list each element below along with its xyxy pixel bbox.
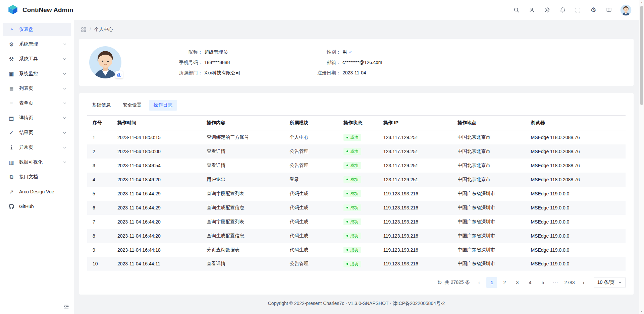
pagination-page-2783[interactable]: 2783 xyxy=(563,277,576,288)
pagination-page-2[interactable]: 2 xyxy=(499,277,510,288)
sidebar-item-label: 列表页 xyxy=(19,85,33,91)
sidebar-item-label: Arco Design Vue xyxy=(19,189,54,194)
sidebar-collapse-button[interactable] xyxy=(62,302,71,311)
page-size-select[interactable]: 10 条/页 xyxy=(594,277,626,288)
chevron-down-icon xyxy=(63,72,66,76)
user-avatar[interactable] xyxy=(620,4,632,16)
sidebar-item-system-tools[interactable]: ⚒系统工具 xyxy=(3,52,71,66)
status-dot-icon xyxy=(346,137,348,138)
table-row: 42023-11-04 18:49:20用户退出登录成功123.117.129.… xyxy=(87,173,626,187)
column-header: 操作地点 xyxy=(458,116,531,130)
sidebar-item-github[interactable]: GitHub xyxy=(3,200,71,213)
tab-operation-log[interactable]: 操作日志 xyxy=(149,100,177,111)
table-cell: 中国北京北京市 xyxy=(458,130,531,144)
field-label: 邮箱： xyxy=(303,59,341,66)
profile-field: 昵称：超级管理员 xyxy=(165,49,303,55)
table-cell: MSEdge 119.0.0.0 xyxy=(531,187,626,201)
user-icon[interactable] xyxy=(526,4,538,16)
sidebar-item-dashboard[interactable]: ◔仪表盘 xyxy=(3,23,71,36)
sidebar-item-label: 系统监控 xyxy=(19,71,38,77)
status-badge: 成功 xyxy=(343,233,361,239)
pagination-ellipsis[interactable]: ··· xyxy=(550,277,561,288)
table-cell: 用户退出 xyxy=(207,173,289,187)
table-cell: 2023-11-04 16:44:20 xyxy=(117,215,207,229)
pagination-total: 共 27825 条 xyxy=(445,279,470,286)
breadcrumb-current: 个人中心 xyxy=(94,26,113,33)
doc-icon: ⧉ xyxy=(8,174,15,180)
field-value: Xxx科技有限公司 xyxy=(204,69,240,76)
field-value: 男 xyxy=(342,49,347,55)
table-cell: 公告管理 xyxy=(289,257,343,271)
search-icon[interactable] xyxy=(510,4,522,16)
page-scrollbar[interactable]: ▲ ▼ xyxy=(639,0,644,314)
table-cell: 123.117.129.251 xyxy=(383,130,458,144)
refresh-icon[interactable]: ↻ xyxy=(437,279,442,286)
theme-sun-icon[interactable] xyxy=(541,4,553,16)
table-cell: 123.117.129.251 xyxy=(383,173,458,187)
settings-gear-icon[interactable]: ⚙ xyxy=(587,4,599,16)
scrollbar-thumb[interactable] xyxy=(640,6,643,105)
fullscreen-icon[interactable] xyxy=(572,4,584,16)
breadcrumb: / 个人中心 xyxy=(74,20,639,39)
table-cell: 中国北京北京市 xyxy=(458,159,531,173)
sidebar-item-detail-pages[interactable]: ▤详情页 xyxy=(3,111,71,125)
table-row: 12023-11-04 18:50:15查询绑定的三方账号个人中心成功123.1… xyxy=(87,130,626,144)
table-cell: MSEdge 119.0.0.0 xyxy=(531,201,626,215)
sidebar-item-form-pages[interactable]: ≡表单页 xyxy=(3,97,71,110)
profile-info: 昵称：超级管理员手机号码：188****8888所属部门：Xxx科技有限公司性别… xyxy=(165,49,624,76)
table-cell: MSEdge 118.0.2088.76 xyxy=(531,144,626,159)
table-cell: 2023-11-04 18:49:20 xyxy=(117,173,207,187)
table-cell: 123.117.129.251 xyxy=(383,159,458,173)
monitor-icon: ▣ xyxy=(8,71,15,77)
table-row: 52023-11-04 16:44:29查询字段配置列表代码生成成功119.12… xyxy=(87,187,626,201)
pagination-page-4[interactable]: 4 xyxy=(525,277,535,288)
table-cell: 2023-11-04 16:44:20 xyxy=(117,229,207,243)
table-cell: 2 xyxy=(87,144,117,159)
pagination-page-5[interactable]: 5 xyxy=(537,277,548,288)
pagination-prev-button[interactable]: ‹ xyxy=(474,277,484,288)
notification-bell-icon[interactable] xyxy=(556,4,569,16)
sidebar-item-exception-pages[interactable]: ℹ异常页 xyxy=(3,141,71,154)
sidebar-item-data-visualization[interactable]: ▥数据可视化 xyxy=(3,155,71,169)
pagination-page-3[interactable]: 3 xyxy=(512,277,523,288)
docs-icon[interactable] xyxy=(603,4,615,16)
sidebar-item-arco-design-vue[interactable]: ↗Arco Design Vue xyxy=(3,185,71,198)
table-cell: 6 xyxy=(87,201,117,215)
table-cell: 9 xyxy=(87,243,117,257)
logo-area[interactable]: ContiNew Admin xyxy=(7,4,73,16)
field-value: 2023-11-04 xyxy=(342,69,366,76)
tab-basic-info[interactable]: 基础信息 xyxy=(87,100,115,111)
table-cell: MSEdge 119.0.0.0 xyxy=(531,257,626,271)
sidebar-item-list-pages[interactable]: ≣列表页 xyxy=(3,82,71,95)
status-dot-icon xyxy=(346,193,348,194)
sidebar-item-system-management[interactable]: ⚙系统管理 xyxy=(3,38,71,51)
scrollbar-down-arrow[interactable]: ▼ xyxy=(639,309,644,314)
camera-icon[interactable] xyxy=(115,71,123,78)
chevron-down-icon xyxy=(619,281,622,284)
scrollbar-up-arrow[interactable]: ▲ xyxy=(639,0,644,5)
sidebar-item-label: 异常页 xyxy=(19,144,33,150)
profile-field: 性别：男♂ xyxy=(303,49,382,55)
sidebar-item-label: 结果页 xyxy=(19,130,33,136)
table-cell: 中国广东省深圳市 xyxy=(458,201,531,215)
status-badge: 成功 xyxy=(343,134,361,141)
status-badge: 成功 xyxy=(343,176,361,183)
tab-security-settings[interactable]: 安全设置 xyxy=(118,100,146,111)
field-label: 注册日期： xyxy=(303,69,341,76)
sidebar-item-system-monitor[interactable]: ▣系统监控 xyxy=(3,67,71,80)
field-value: 188****8888 xyxy=(204,59,230,66)
table-cell: 中国广东省深圳市 xyxy=(458,243,531,257)
sidebar-item-result-pages[interactable]: ✓结果页 xyxy=(3,126,71,139)
status-badge: 成功 xyxy=(343,148,361,155)
sidebar-item-api-docs[interactable]: ⧉接口文档 xyxy=(3,170,71,184)
chevron-down-icon xyxy=(63,146,66,149)
status-dot-icon xyxy=(346,150,348,152)
table-cell: 119.123.193.216 xyxy=(383,229,458,243)
apps-grid-icon[interactable] xyxy=(81,27,86,32)
profile-avatar[interactable] xyxy=(89,46,122,79)
exception-icon: ℹ xyxy=(8,144,15,151)
pagination-page-1[interactable]: 1 xyxy=(486,277,497,288)
profile-field: 手机号码：188****8888 xyxy=(165,59,303,66)
pagination-next-button[interactable]: › xyxy=(578,277,589,288)
sidebar-item-label: GitHub xyxy=(19,204,34,209)
